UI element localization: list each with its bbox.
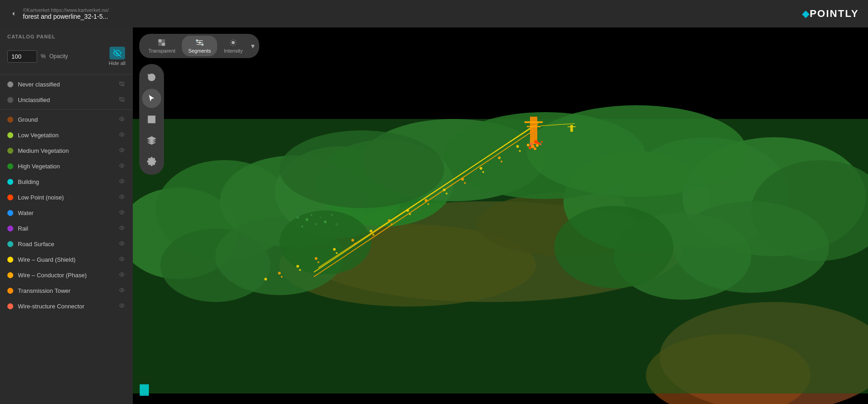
pointer-tool-button[interactable]	[142, 89, 161, 108]
rotate-tool-button[interactable]	[142, 68, 161, 87]
svg-point-70	[461, 178, 464, 181]
visibility-icon[interactable]	[118, 81, 126, 88]
back-button[interactable]	[9, 10, 17, 18]
class-item-low-vegetation[interactable]: Low Vegetation	[0, 127, 133, 143]
class-item-low-point-(noise)[interactable]: Low Point (noise)	[0, 189, 133, 205]
class-color-dot	[7, 257, 13, 263]
class-label: Water	[18, 210, 114, 216]
visibility-icon[interactable]	[118, 96, 126, 103]
class-item-water[interactable]: Water	[0, 205, 133, 221]
opacity-label: Opacity	[49, 53, 68, 59]
svg-rect-105	[202, 44, 203, 45]
svg-rect-98	[140, 384, 149, 396]
svg-point-10	[121, 243, 123, 244]
class-list: Never classified Unclassified Ground Low…	[0, 76, 133, 314]
svg-rect-96	[570, 125, 573, 132]
svg-point-4	[121, 150, 123, 151]
settings-tool-button[interactable]	[142, 152, 161, 171]
svg-point-78	[315, 257, 317, 260]
class-item-wire-–-guard-(shield)[interactable]: Wire – Guard (Shield)	[0, 252, 133, 267]
opacity-input[interactable]	[7, 50, 37, 63]
visibility-icon[interactable]	[118, 256, 126, 263]
opacity-row: % Opacity Hide all	[0, 44, 133, 72]
svg-point-45	[296, 216, 299, 219]
svg-point-9	[121, 227, 123, 229]
svg-point-41	[306, 218, 308, 221]
header-subtitle: ©Kartverket https://www.kartverket.no/	[23, 7, 109, 13]
visibility-icon[interactable]	[118, 116, 126, 123]
measure-tool-button[interactable]	[142, 110, 161, 129]
svg-point-95	[281, 276, 283, 278]
svg-point-89	[391, 223, 393, 225]
class-color-dot	[7, 148, 13, 154]
class-item-unclassified[interactable]: Unclassified	[0, 92, 133, 108]
visibility-icon[interactable]	[118, 131, 126, 139]
class-color-dot	[7, 194, 13, 200]
class-item-transmission-tower[interactable]: Transmission Tower	[0, 283, 133, 298]
class-label: Unclassified	[18, 97, 114, 103]
point-cloud-scene	[133, 27, 868, 404]
svg-point-91	[354, 243, 356, 245]
box-tool-button[interactable]	[142, 131, 161, 150]
visibility-icon[interactable]	[118, 147, 126, 154]
visibility-icon[interactable]	[118, 178, 126, 185]
class-item-medium-vegetation[interactable]: Medium Vegetation	[0, 143, 133, 158]
class-item-ground[interactable]: Ground	[0, 112, 133, 127]
svg-point-77	[333, 248, 336, 251]
svg-point-40	[279, 130, 444, 208]
visibility-icon[interactable]	[118, 271, 126, 279]
class-label: Low Vegetation	[18, 132, 114, 139]
hide-all-button[interactable]: Hide all	[109, 47, 126, 66]
svg-point-65	[527, 144, 530, 146]
svg-point-48	[331, 214, 333, 216]
transparent-button[interactable]: Transparent	[142, 36, 182, 56]
svg-point-93	[317, 261, 319, 263]
svg-point-64	[534, 147, 536, 150]
sidebar: CATALOG PANEL % Opacity Hide all Never c…	[0, 27, 133, 404]
toolbar-dropdown-button[interactable]: ▾	[249, 39, 257, 53]
visibility-icon[interactable]	[118, 240, 126, 248]
class-item-rail[interactable]: Rail	[0, 221, 133, 236]
svg-point-88	[409, 213, 411, 215]
svg-rect-56	[527, 126, 540, 127]
class-item-wire-–-conductor-(phase)[interactable]: Wire – Conductor (Phase)	[0, 267, 133, 283]
svg-point-68	[498, 156, 501, 159]
svg-point-92	[336, 252, 338, 254]
segments-button[interactable]: Segments	[182, 36, 218, 56]
class-item-never-classified[interactable]: Never classified	[0, 76, 133, 92]
class-label: Never classified	[18, 81, 114, 88]
svg-rect-55	[524, 121, 543, 123]
class-item-building[interactable]: Building	[0, 174, 133, 189]
svg-rect-108	[152, 116, 155, 119]
svg-point-73	[406, 209, 409, 212]
visibility-icon[interactable]	[118, 162, 126, 170]
class-item-high-vegetation[interactable]: High Vegetation	[0, 158, 133, 174]
class-color-dot	[7, 288, 13, 294]
class-item-wire-structure-connector[interactable]: Wire-structure Connector	[0, 298, 133, 314]
visibility-icon[interactable]	[118, 287, 126, 294]
class-label: Wire – Conductor (Phase)	[18, 272, 114, 279]
visibility-icon[interactable]	[118, 225, 126, 232]
svg-point-94	[299, 269, 301, 271]
intensity-button[interactable]: Intensity	[217, 36, 249, 56]
viewport[interactable]: Transparent Segments Intensity ▾	[133, 27, 868, 404]
svg-point-6	[121, 181, 123, 182]
class-item-road-surface[interactable]: Road Surface	[0, 236, 133, 252]
svg-rect-107	[148, 116, 152, 119]
svg-point-106	[232, 41, 235, 44]
svg-point-5	[121, 165, 123, 167]
svg-point-69	[480, 167, 482, 170]
svg-rect-101	[159, 43, 162, 46]
visibility-icon[interactable]	[118, 194, 126, 201]
svg-point-42	[311, 214, 312, 216]
svg-point-46	[320, 216, 322, 218]
svg-point-14	[121, 305, 123, 307]
svg-rect-99	[159, 39, 162, 42]
visibility-icon[interactable]	[118, 302, 126, 310]
visibility-icon[interactable]	[118, 209, 126, 216]
svg-point-84	[482, 171, 484, 173]
class-label: Ground	[18, 116, 114, 123]
logo-text: POINTLY	[810, 8, 859, 20]
svg-point-80	[278, 272, 281, 275]
svg-rect-110	[152, 120, 155, 123]
